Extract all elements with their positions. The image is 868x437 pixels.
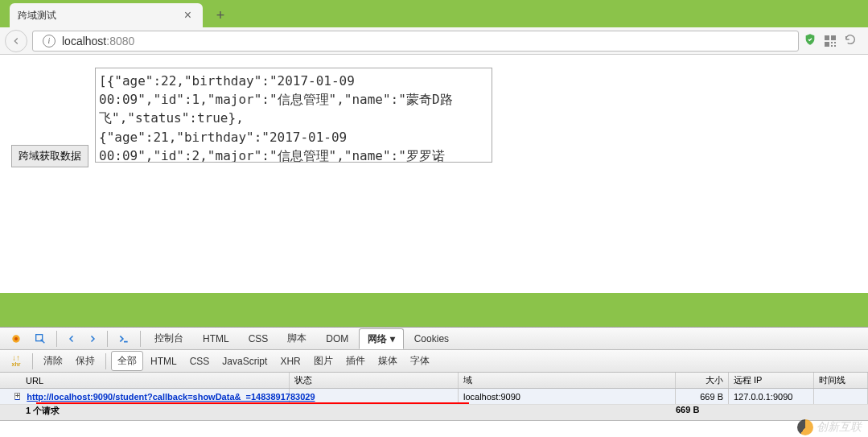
qr-icon[interactable] [825, 35, 836, 47]
request-ip: 127.0.0.1:9090 [729, 389, 814, 404]
request-size: 669 B [676, 389, 729, 404]
svg-rect-1 [831, 35, 836, 40]
highlight-underline [36, 402, 469, 404]
shield-icon[interactable] [804, 33, 817, 48]
tab-script[interactable]: 脚本 [278, 328, 315, 349]
devtools-panel: 控制台 HTML CSS 脚本 DOM 网络 ▾ Cookies xhr 清除 … [0, 327, 868, 437]
refresh-icon[interactable] [844, 33, 857, 48]
url-input[interactable]: i localhost:8080 [32, 31, 799, 52]
separator [32, 353, 33, 369]
svg-rect-2 [825, 42, 829, 47]
firebug-icon[interactable] [5, 330, 27, 348]
chevron-right-icon[interactable] [83, 332, 102, 346]
svg-rect-3 [831, 42, 833, 43]
network-table-header: URL 状态 域 大小 远程 IP 时间线 [0, 373, 868, 389]
filter-css[interactable]: CSS [184, 353, 216, 369]
filter-js[interactable]: JavaScript [216, 353, 273, 369]
fetch-cors-button[interactable]: 跨域获取数据 [11, 145, 88, 167]
summary-size: 669 B [676, 405, 729, 420]
devtools-sub-toolbar: xhr 清除 保持 全部 HTML CSS JavaScript XHR 图片 … [0, 350, 868, 373]
filter-media[interactable]: 媒体 [372, 352, 403, 370]
request-timeline [814, 389, 868, 404]
url-text: localhost:8080 [62, 35, 134, 47]
close-icon[interactable]: × [181, 8, 195, 23]
svg-rect-0 [825, 35, 829, 40]
inspect-icon[interactable] [29, 330, 51, 348]
console-icon[interactable] [113, 331, 135, 347]
watermark: 创新互联 [797, 419, 862, 435]
response-textarea[interactable] [95, 68, 492, 163]
tab-css[interactable]: CSS [240, 328, 278, 349]
col-url[interactable]: URL [0, 373, 290, 388]
filter-image[interactable]: 图片 [308, 352, 339, 370]
svg-rect-5 [831, 45, 833, 47]
tab-cookies[interactable]: Cookies [405, 328, 458, 349]
col-domain[interactable]: 域 [459, 373, 676, 388]
request-domain: localhost:9090 [459, 389, 676, 404]
back-button[interactable] [5, 30, 27, 52]
subtab-clear[interactable]: 清除 [38, 352, 68, 370]
devtools-toolbar: 控制台 HTML CSS 脚本 DOM 网络 ▾ Cookies [0, 328, 868, 350]
browser-tab[interactable]: 跨域测试 × [10, 3, 203, 27]
expand-icon[interactable]: + [14, 393, 20, 400]
col-ip[interactable]: 远程 IP [729, 373, 814, 388]
filter-html[interactable]: HTML [145, 353, 183, 369]
separator [105, 353, 106, 369]
subtab-persist[interactable]: 保持 [70, 352, 101, 370]
page-body: 跨域获取数据 [0, 55, 868, 293]
watermark-text: 创新互联 [817, 420, 862, 435]
tab-title: 跨域测试 [18, 9, 56, 23]
filter-font[interactable]: 字体 [405, 352, 435, 370]
address-bar: i localhost:8080 [0, 27, 868, 55]
tab-dom[interactable]: DOM [317, 328, 357, 349]
filter-xhr[interactable]: XHR [274, 353, 306, 369]
svg-rect-4 [834, 42, 836, 43]
xhr-icon[interactable]: xhr [5, 352, 27, 370]
toolbar-right-icons [804, 33, 863, 48]
site-info-icon[interactable]: i [43, 35, 56, 47]
browser-tab-bar: 跨域测试 × + [0, 0, 868, 27]
filter-plugin[interactable]: 插件 [340, 352, 371, 370]
separator [140, 331, 141, 347]
tab-network[interactable]: 网络 ▾ [359, 328, 403, 349]
separator [107, 331, 108, 347]
network-table: URL 状态 域 大小 远程 IP 时间线 +http://localhost:… [0, 373, 868, 437]
separator [56, 331, 57, 347]
summary-text: 1 个请求 [0, 405, 290, 420]
watermark-logo [797, 419, 813, 435]
col-size[interactable]: 大小 [676, 373, 729, 388]
request-url[interactable]: http://localhost:9090/student?callback=s… [27, 392, 315, 402]
svg-point-8 [14, 337, 18, 340]
tab-html[interactable]: HTML [194, 328, 238, 349]
col-timeline[interactable]: 时间线 [814, 373, 868, 388]
chevron-left-icon[interactable] [62, 332, 81, 346]
network-summary: 1 个请求 669 B [0, 405, 868, 421]
svg-rect-6 [834, 45, 836, 47]
url-host: localhost [62, 35, 106, 47]
url-port: :8080 [106, 35, 134, 47]
col-status[interactable]: 状态 [290, 373, 459, 388]
filter-all[interactable]: 全部 [111, 351, 143, 371]
tab-console[interactable]: 控制台 [146, 328, 192, 349]
new-tab-button[interactable]: + [209, 6, 232, 25]
